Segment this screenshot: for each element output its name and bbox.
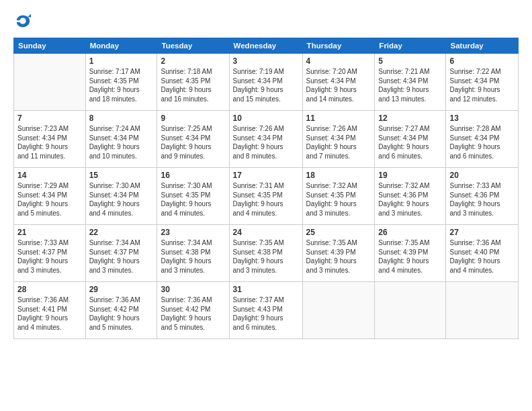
day-number: 4 (306, 56, 371, 66)
day-info: Sunrise: 7:23 AM Sunset: 4:34 PM Dayligh… (17, 124, 82, 161)
calendar-header-saturday: Saturday (446, 38, 519, 54)
calendar-cell (14, 54, 86, 111)
calendar-cell: 18Sunrise: 7:32 AM Sunset: 4:35 PM Dayli… (302, 168, 375, 225)
calendar-cell: 22Sunrise: 7:34 AM Sunset: 4:37 PM Dayli… (85, 225, 157, 282)
calendar-cell: 11Sunrise: 7:26 AM Sunset: 4:34 PM Dayli… (302, 111, 375, 168)
day-info: Sunrise: 7:31 AM Sunset: 4:35 PM Dayligh… (233, 181, 299, 218)
day-number: 1 (89, 56, 154, 66)
calendar-cell: 26Sunrise: 7:35 AM Sunset: 4:39 PM Dayli… (375, 225, 446, 282)
calendar-cell: 8Sunrise: 7:24 AM Sunset: 4:34 PM Daylig… (85, 111, 157, 168)
day-info: Sunrise: 7:32 AM Sunset: 4:35 PM Dayligh… (306, 181, 371, 218)
calendar-header-thursday: Thursday (302, 38, 375, 54)
day-info: Sunrise: 7:25 AM Sunset: 4:34 PM Dayligh… (161, 124, 225, 161)
day-number: 2 (161, 56, 225, 66)
logo-icon (13, 12, 32, 31)
day-number: 7 (17, 113, 82, 123)
day-info: Sunrise: 7:36 AM Sunset: 4:40 PM Dayligh… (449, 238, 515, 275)
day-number: 20 (449, 171, 515, 180)
calendar-header-monday: Monday (85, 38, 157, 54)
day-info: Sunrise: 7:36 AM Sunset: 4:42 PM Dayligh… (89, 295, 154, 332)
day-number: 5 (378, 56, 442, 66)
day-info: Sunrise: 7:18 AM Sunset: 4:35 PM Dayligh… (161, 67, 225, 103)
day-info: Sunrise: 7:36 AM Sunset: 4:41 PM Dayligh… (17, 295, 82, 332)
day-info: Sunrise: 7:33 AM Sunset: 4:37 PM Dayligh… (17, 238, 82, 275)
calendar-cell: 12Sunrise: 7:27 AM Sunset: 4:34 PM Dayli… (375, 111, 446, 168)
day-info: Sunrise: 7:26 AM Sunset: 4:34 PM Dayligh… (233, 124, 299, 161)
day-info: Sunrise: 7:36 AM Sunset: 4:42 PM Dayligh… (161, 295, 225, 332)
calendar-cell: 29Sunrise: 7:36 AM Sunset: 4:42 PM Dayli… (85, 282, 157, 339)
day-info: Sunrise: 7:26 AM Sunset: 4:34 PM Dayligh… (306, 124, 371, 161)
calendar-header-tuesday: Tuesday (157, 38, 229, 54)
day-info: Sunrise: 7:27 AM Sunset: 4:34 PM Dayligh… (378, 124, 442, 161)
day-number: 10 (233, 113, 299, 123)
calendar-cell: 20Sunrise: 7:33 AM Sunset: 4:36 PM Dayli… (446, 168, 519, 225)
day-number: 27 (449, 228, 515, 237)
day-number: 31 (233, 285, 299, 294)
day-info: Sunrise: 7:35 AM Sunset: 4:38 PM Dayligh… (233, 238, 299, 275)
calendar-cell: 9Sunrise: 7:25 AM Sunset: 4:34 PM Daylig… (157, 111, 229, 168)
logo (13, 12, 35, 31)
calendar-cell: 31Sunrise: 7:37 AM Sunset: 4:43 PM Dayli… (229, 282, 302, 339)
day-number: 30 (161, 285, 225, 294)
calendar-cell: 25Sunrise: 7:35 AM Sunset: 4:39 PM Dayli… (302, 225, 375, 282)
day-number: 6 (449, 56, 515, 66)
page: SundayMondayTuesdayWednesdayThursdayFrid… (0, 0, 532, 411)
day-info: Sunrise: 7:35 AM Sunset: 4:39 PM Dayligh… (306, 238, 371, 275)
header (13, 12, 519, 31)
calendar-cell: 15Sunrise: 7:30 AM Sunset: 4:34 PM Dayli… (85, 168, 157, 225)
day-info: Sunrise: 7:30 AM Sunset: 4:34 PM Dayligh… (89, 181, 154, 218)
calendar-week-3: 21Sunrise: 7:33 AM Sunset: 4:37 PM Dayli… (14, 225, 519, 282)
day-number: 3 (233, 56, 299, 66)
day-number: 18 (306, 171, 371, 180)
calendar-cell (375, 282, 446, 339)
day-info: Sunrise: 7:20 AM Sunset: 4:34 PM Dayligh… (306, 67, 371, 103)
calendar-week-2: 14Sunrise: 7:29 AM Sunset: 4:34 PM Dayli… (14, 168, 519, 225)
calendar-cell: 30Sunrise: 7:36 AM Sunset: 4:42 PM Dayli… (157, 282, 229, 339)
day-number: 15 (89, 171, 154, 180)
day-number: 11 (306, 113, 371, 123)
day-info: Sunrise: 7:29 AM Sunset: 4:34 PM Dayligh… (17, 181, 82, 218)
calendar-cell: 3Sunrise: 7:19 AM Sunset: 4:34 PM Daylig… (229, 54, 302, 111)
calendar-header-wednesday: Wednesday (229, 38, 302, 54)
day-info: Sunrise: 7:33 AM Sunset: 4:36 PM Dayligh… (449, 181, 515, 218)
calendar-cell: 14Sunrise: 7:29 AM Sunset: 4:34 PM Dayli… (14, 168, 86, 225)
day-info: Sunrise: 7:22 AM Sunset: 4:34 PM Dayligh… (449, 67, 515, 103)
calendar-cell: 17Sunrise: 7:31 AM Sunset: 4:35 PM Dayli… (229, 168, 302, 225)
day-info: Sunrise: 7:32 AM Sunset: 4:36 PM Dayligh… (378, 181, 442, 218)
calendar-header-row: SundayMondayTuesdayWednesdayThursdayFrid… (14, 38, 519, 54)
calendar-week-0: 1Sunrise: 7:17 AM Sunset: 4:35 PM Daylig… (14, 54, 519, 111)
day-number: 19 (378, 171, 442, 180)
calendar-cell: 6Sunrise: 7:22 AM Sunset: 4:34 PM Daylig… (446, 54, 519, 111)
day-number: 17 (233, 171, 299, 180)
day-number: 9 (161, 113, 225, 123)
calendar-week-4: 28Sunrise: 7:36 AM Sunset: 4:41 PM Dayli… (14, 282, 519, 339)
calendar-cell (302, 282, 375, 339)
day-number: 12 (378, 113, 442, 123)
calendar-cell: 19Sunrise: 7:32 AM Sunset: 4:36 PM Dayli… (375, 168, 446, 225)
day-info: Sunrise: 7:21 AM Sunset: 4:34 PM Dayligh… (378, 67, 442, 103)
calendar-cell: 27Sunrise: 7:36 AM Sunset: 4:40 PM Dayli… (446, 225, 519, 282)
day-info: Sunrise: 7:17 AM Sunset: 4:35 PM Dayligh… (89, 67, 154, 103)
day-number: 23 (161, 228, 225, 237)
day-info: Sunrise: 7:28 AM Sunset: 4:34 PM Dayligh… (449, 124, 515, 161)
calendar-week-1: 7Sunrise: 7:23 AM Sunset: 4:34 PM Daylig… (14, 111, 519, 168)
day-number: 26 (378, 228, 442, 237)
calendar-table: SundayMondayTuesdayWednesdayThursdayFrid… (13, 38, 519, 339)
day-number: 13 (449, 113, 515, 123)
day-info: Sunrise: 7:19 AM Sunset: 4:34 PM Dayligh… (233, 67, 299, 103)
calendar-cell: 7Sunrise: 7:23 AM Sunset: 4:34 PM Daylig… (14, 111, 86, 168)
calendar-header-friday: Friday (375, 38, 446, 54)
calendar-cell: 24Sunrise: 7:35 AM Sunset: 4:38 PM Dayli… (229, 225, 302, 282)
day-number: 22 (89, 228, 154, 237)
day-number: 29 (89, 285, 154, 294)
day-number: 25 (306, 228, 371, 237)
calendar-cell: 10Sunrise: 7:26 AM Sunset: 4:34 PM Dayli… (229, 111, 302, 168)
calendar-cell: 2Sunrise: 7:18 AM Sunset: 4:35 PM Daylig… (157, 54, 229, 111)
calendar-cell: 5Sunrise: 7:21 AM Sunset: 4:34 PM Daylig… (375, 54, 446, 111)
day-number: 24 (233, 228, 299, 237)
calendar-cell: 13Sunrise: 7:28 AM Sunset: 4:34 PM Dayli… (446, 111, 519, 168)
day-number: 8 (89, 113, 154, 123)
day-number: 16 (161, 171, 225, 180)
day-info: Sunrise: 7:34 AM Sunset: 4:37 PM Dayligh… (89, 238, 154, 275)
calendar-cell: 1Sunrise: 7:17 AM Sunset: 4:35 PM Daylig… (85, 54, 157, 111)
